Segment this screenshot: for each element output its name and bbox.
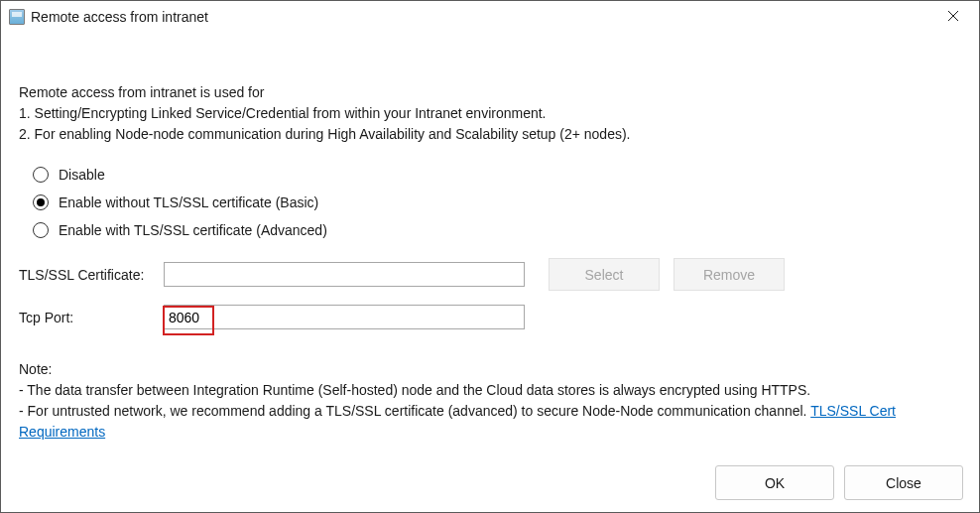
cert-label: TLS/SSL Certificate:	[19, 267, 164, 283]
note-line2-text: - For untrusted network, we recommend ad…	[19, 403, 810, 419]
radio-icon	[33, 194, 49, 210]
cert-input[interactable]	[164, 262, 525, 287]
title-bar: Remote access from intranet	[1, 1, 979, 33]
intro-heading: Remote access from intranet is used for	[19, 82, 961, 103]
window-title: Remote access from intranet	[31, 9, 931, 25]
select-button[interactable]: Select	[549, 258, 660, 291]
radio-enable-basic[interactable]: Enable without TLS/SSL certificate (Basi…	[33, 194, 961, 210]
intro-line1: 1. Setting/Encrypting Linked Service/Cre…	[19, 103, 961, 124]
radio-icon	[33, 167, 49, 183]
radio-group: Disable Enable without TLS/SSL certifica…	[33, 167, 961, 238]
intro-text: Remote access from intranet is used for …	[19, 82, 961, 145]
note-section: Note: - The data transfer between Integr…	[19, 359, 961, 443]
radio-advanced-label: Enable with TLS/SSL certificate (Advance…	[59, 222, 327, 238]
radio-enable-advanced[interactable]: Enable with TLS/SSL certificate (Advance…	[33, 222, 961, 238]
radio-icon	[33, 222, 49, 238]
radio-basic-label: Enable without TLS/SSL certificate (Basi…	[59, 194, 318, 210]
close-button[interactable]: Close	[844, 465, 963, 500]
app-icon	[9, 9, 25, 25]
remove-button[interactable]: Remove	[674, 258, 785, 291]
note-line1: - The data transfer between Integration …	[19, 380, 961, 401]
close-icon[interactable]	[931, 1, 975, 31]
port-label: Tcp Port:	[19, 310, 164, 325]
radio-disable[interactable]: Disable	[33, 167, 961, 183]
note-line2: - For untrusted network, we recommend ad…	[19, 401, 961, 443]
ok-button[interactable]: OK	[715, 465, 834, 500]
port-input[interactable]	[164, 305, 525, 329]
radio-disable-label: Disable	[59, 167, 105, 183]
dialog-footer: OK Close	[715, 465, 963, 500]
port-row: Tcp Port:	[19, 305, 961, 329]
dialog-content: Remote access from intranet is used for …	[1, 33, 979, 460]
cert-row: TLS/SSL Certificate: Select Remove	[19, 258, 961, 291]
note-header: Note:	[19, 359, 961, 380]
intro-line2: 2. For enabling Node-node communication …	[19, 124, 961, 145]
